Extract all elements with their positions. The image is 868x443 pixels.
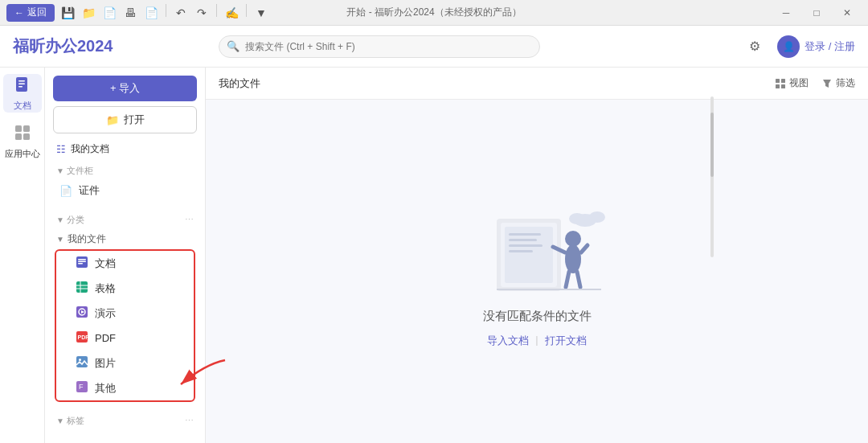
subitem-sheet[interactable]: 表格 (59, 276, 190, 301)
ppt-label: 演示 (95, 306, 116, 321)
svg-point-38 (565, 244, 581, 273)
docs-icon (14, 76, 31, 97)
svg-rect-1 (18, 80, 25, 82)
tags-more-icon[interactable]: ⋯ (185, 416, 194, 426)
img-icon (76, 355, 88, 371)
svg-rect-7 (23, 133, 30, 140)
main-layout: 文档 应用中心 + 导入 📁 打开 ☷ 我的文档 (0, 68, 868, 443)
img-label: 图片 (95, 356, 116, 371)
certificate-label: 证件 (79, 183, 100, 198)
content-header: 我的文件 视图 筛选 (206, 68, 868, 100)
import-action[interactable]: 导入文档 (487, 334, 529, 348)
svg-rect-12 (76, 281, 88, 293)
doc-label: 文档 (95, 256, 116, 271)
titlebar-right: ─ □ ✕ (772, 0, 862, 26)
open-file-button[interactable]: 📁 (79, 4, 98, 22)
back-label: 返回 (27, 6, 47, 19)
print-button[interactable]: 🖶 (121, 4, 140, 22)
other-label: 其他 (95, 381, 116, 396)
subitem-img[interactable]: 图片 (59, 351, 190, 375)
redo-button[interactable]: ↷ (192, 4, 211, 22)
filter-button[interactable]: 筛选 (821, 76, 855, 90)
subitem-pdf[interactable]: PDF PDF (59, 326, 190, 351)
my-files-container: ▼ 我的文件 文档 表格 (50, 229, 200, 404)
my-docs-item[interactable]: ☷ 我的文档 (45, 138, 205, 160)
icon-sidebar: 文档 应用中心 (0, 68, 45, 443)
separator3 (246, 4, 247, 17)
filter-label: 筛选 (836, 76, 855, 90)
docs-label: 文档 (14, 100, 31, 112)
svg-rect-2 (18, 83, 25, 84)
my-files-toggle[interactable]: ▼ 我的文件 (50, 229, 200, 248)
open-action[interactable]: 打开文档 (545, 334, 587, 348)
empty-svg (457, 195, 617, 299)
svg-text:F: F (79, 383, 84, 391)
import-button[interactable]: + 导入 (53, 76, 197, 101)
open-file-icon: 📁 (106, 114, 119, 126)
file-cabinet-section: ▼ 文件柜 (45, 160, 205, 178)
subitem-other[interactable]: F 其他 (59, 375, 190, 400)
export-button[interactable]: 📄 (141, 4, 161, 22)
ppt-icon (76, 306, 88, 321)
my-docs-label: 我的文档 (71, 142, 109, 156)
back-icon: ← (14, 7, 24, 18)
back-button[interactable]: ← 返回 (6, 4, 55, 22)
svg-rect-27 (776, 84, 780, 88)
file-sidebar: + 导入 📁 打开 ☷ 我的文档 ▼ 文件柜 📄 证件 ▼ 分类 ⋯ (45, 68, 206, 443)
separator2 (216, 4, 217, 17)
category-section: ▼ 分类 ⋯ (45, 209, 205, 228)
category-label: ▼ 分类 (56, 214, 84, 226)
subitem-doc[interactable]: 文档 (59, 251, 190, 276)
svg-rect-11 (78, 263, 83, 265)
svg-text:PDF: PDF (78, 334, 89, 340)
tags-label: ▼ 标签 (56, 415, 84, 427)
category-more-icon[interactable]: ⋯ (185, 215, 194, 225)
search-icon: 🔍 (227, 40, 240, 52)
open-button[interactable]: 📁 打开 (53, 106, 197, 133)
pen-button[interactable]: ✍ (222, 4, 241, 22)
svg-rect-3 (18, 86, 23, 88)
apps-icon (14, 124, 31, 146)
tags-section: ▼ 标签 ⋯ (45, 410, 205, 429)
app-header: 福昕办公2024 🔍 ⚙ 👤 登录 / 注册 (0, 26, 868, 68)
svg-rect-34 (509, 239, 537, 241)
empty-actions: 导入文档 | 打开文档 (487, 334, 586, 348)
svg-rect-10 (78, 261, 86, 263)
search-input[interactable] (219, 35, 540, 58)
my-files-arrow: ▼ (56, 235, 64, 244)
more-button[interactable]: ▼ (252, 4, 271, 22)
header-right: ⚙ 👤 登录 / 注册 (742, 34, 855, 59)
file-button[interactable]: 📄 (100, 4, 119, 22)
svg-point-46 (569, 213, 585, 224)
maximize-button[interactable]: □ (802, 0, 831, 26)
pdf-icon: PDF (76, 330, 88, 346)
svg-rect-28 (781, 84, 785, 88)
svg-rect-36 (509, 250, 533, 252)
pdf-label: PDF (95, 332, 116, 344)
svg-line-40 (581, 245, 588, 252)
save-button[interactable]: 💾 (58, 4, 77, 22)
apps-label: 应用中心 (5, 148, 40, 160)
svg-rect-25 (776, 79, 780, 83)
empty-illustration (457, 195, 617, 299)
user-login-button[interactable]: 👤 登录 / 注册 (777, 35, 855, 58)
view-button[interactable]: 视图 (775, 76, 809, 90)
certificate-item[interactable]: 📄 证件 (48, 178, 202, 203)
titlebar-left: ← 返回 💾 📁 📄 🖶 📄 ↶ ↷ ✍ ▼ (6, 4, 271, 22)
svg-rect-6 (15, 133, 22, 140)
sidebar-item-apps[interactable]: 应用中心 (3, 122, 42, 161)
other-icon: F (76, 380, 88, 396)
my-files-label: 我的文件 (68, 232, 106, 246)
undo-button[interactable]: ↶ (171, 4, 190, 22)
separator (166, 4, 166, 17)
filter-icon (821, 78, 833, 89)
settings-button[interactable]: ⚙ (742, 34, 768, 59)
svg-rect-9 (78, 259, 86, 260)
subitem-ppt[interactable]: 演示 (59, 301, 190, 326)
search-bar[interactable]: 🔍 (219, 35, 540, 58)
doc-icon (76, 256, 88, 271)
sidebar-item-docs[interactable]: 文档 (3, 74, 42, 113)
my-docs-icon: ☷ (56, 143, 66, 155)
close-button[interactable]: ✕ (833, 0, 862, 26)
minimize-button[interactable]: ─ (772, 0, 800, 26)
